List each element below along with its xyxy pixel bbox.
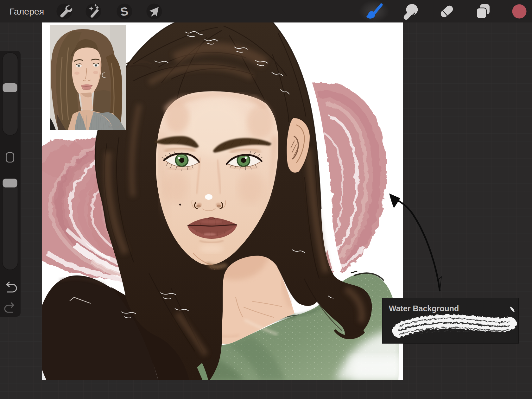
svg-text:Галерея: Галерея (10, 6, 44, 16)
svg-text:Water Background: Water Background (389, 304, 459, 313)
svg-text:My Styles: My Styles (109, 125, 124, 129)
